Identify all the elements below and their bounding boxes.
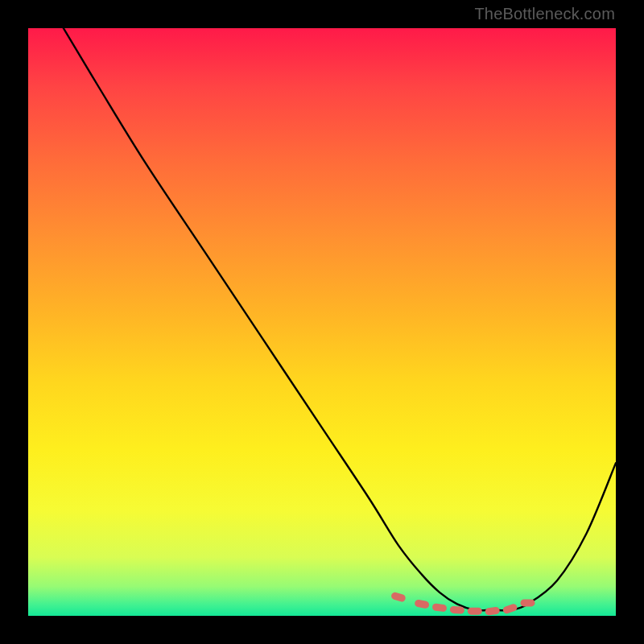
bottleneck-curve [28,28,616,616]
optimal-range-markers [390,592,535,616]
marker-dash [521,599,535,606]
marker-dash [450,606,465,614]
plot-area [28,28,616,616]
marker-dash [414,599,429,609]
marker-dash [468,608,482,615]
watermark-text: TheBottleneck.com [474,5,615,23]
marker-dash [390,592,407,603]
marker-dash [485,607,500,616]
marker-dash [502,603,518,614]
chart-frame: TheBottleneck.com [0,0,644,644]
marker-dash [431,603,447,612]
